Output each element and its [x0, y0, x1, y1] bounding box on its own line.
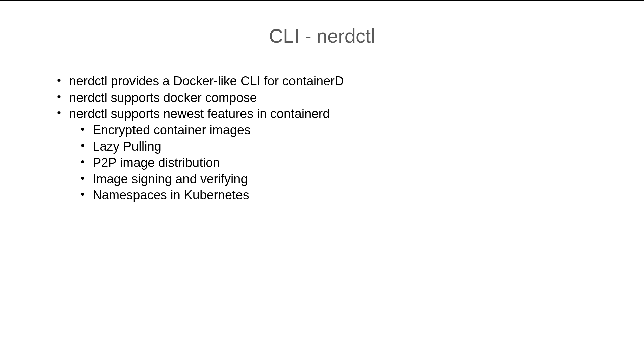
list-item-text: P2P image distribution	[93, 156, 220, 170]
list-item-text: nerdctl supports docker compose	[69, 90, 257, 105]
list-item-text: Namespaces in Kubernetes	[93, 188, 249, 202]
list-item: Encrypted container images	[69, 122, 590, 138]
list-item-text: Lazy Pulling	[93, 139, 161, 154]
list-item: nerdctl provides a Docker-like CLI for c…	[54, 73, 590, 89]
list-item: Image signing and verifying	[69, 171, 590, 187]
list-item: Namespaces in Kubernetes	[69, 187, 590, 203]
list-item: P2P image distribution	[69, 155, 590, 171]
list-item-text: Encrypted container images	[93, 123, 251, 137]
list-item: nerdctl supports docker compose	[54, 89, 590, 106]
main-bullet-list: nerdctl provides a Docker-like CLI for c…	[54, 73, 590, 203]
slide-title: CLI - nerdctl	[54, 24, 590, 47]
slide-container: CLI - nerdctl nerdctl provides a Docker-…	[0, 1, 644, 362]
list-item-text: nerdctl supports newest features in cont…	[69, 107, 330, 121]
list-item: nerdctl supports newest features in cont…	[54, 106, 590, 203]
list-item: Lazy Pulling	[69, 138, 590, 155]
list-item-text: Image signing and verifying	[93, 172, 248, 186]
sub-bullet-list: Encrypted container images Lazy Pulling …	[69, 122, 590, 203]
list-item-text: nerdctl provides a Docker-like CLI for c…	[69, 74, 344, 88]
